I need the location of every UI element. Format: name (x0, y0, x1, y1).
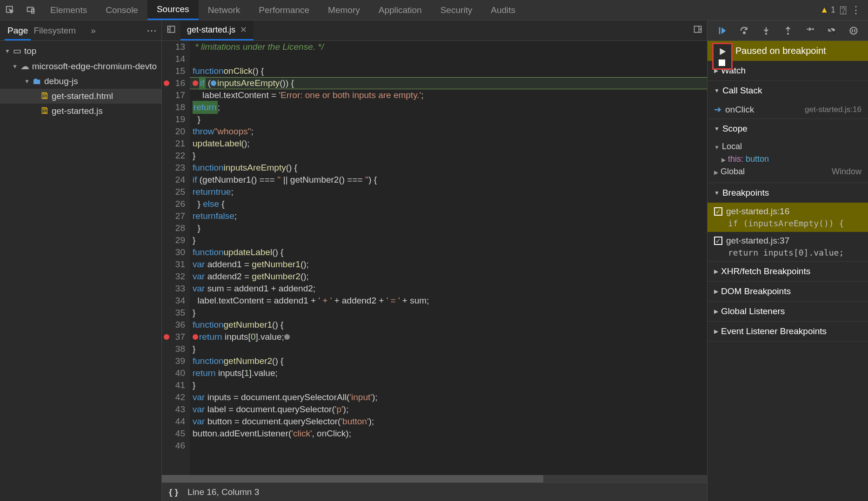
code-line[interactable]: } (190, 113, 707, 125)
code-line[interactable]: } (190, 343, 707, 355)
gutter-line[interactable]: 30 (162, 246, 190, 258)
gutter-line[interactable]: 16 (162, 77, 190, 89)
code-line[interactable]: var addend2 = getNumber2(); (190, 270, 707, 283)
gutter-line[interactable]: 17 (162, 89, 190, 101)
gutter-line[interactable]: 39 (162, 355, 190, 367)
gutter-line[interactable]: 36 (162, 319, 190, 331)
gutter-line[interactable]: 37 (162, 331, 190, 343)
gutter-line[interactable]: 40 (162, 367, 190, 379)
code-line[interactable]: } else { (190, 198, 707, 210)
gutter-line[interactable]: 15 (162, 65, 190, 77)
breakpoint-item[interactable]: ✓get-started.js:37return inputs[0].value… (708, 232, 868, 261)
gutter-line[interactable]: 32 (162, 270, 190, 283)
resume-play-icon[interactable] (716, 46, 729, 57)
code-line[interactable]: function getNumber1() { (190, 319, 707, 331)
code-line[interactable]: return inputs[0].value; (190, 331, 707, 343)
tree-file[interactable]: 🖺get-started.html (0, 89, 161, 104)
code-line[interactable]: } (190, 222, 707, 234)
debugger-section-header[interactable]: ▶Global Listeners (708, 302, 868, 321)
pretty-print-icon[interactable]: { } (169, 487, 178, 497)
gutter-line[interactable]: 18 (162, 101, 190, 113)
tab-console[interactable]: Console (96, 0, 147, 20)
navigator-menu-icon[interactable]: ⋯ (147, 25, 157, 37)
navigator-tab-page[interactable]: Page (5, 22, 31, 40)
gutter-line[interactable]: 29 (162, 234, 190, 246)
gutter-line[interactable]: 19 (162, 113, 190, 125)
tree-file[interactable]: 🖺get-started.js (0, 104, 161, 119)
code-line[interactable]: label.textContent = 'Error: one or both … (190, 89, 707, 101)
tab-network[interactable]: Network (199, 0, 250, 20)
step-button[interactable] (802, 26, 817, 35)
code-line[interactable]: if (inputsAreEmpty()) { (190, 77, 707, 89)
code-line[interactable]: return true; (190, 186, 707, 198)
debugger-section-header[interactable]: ▶XHR/fetch Breakpoints (708, 262, 868, 281)
code-line[interactable]: function inputsAreEmpty() { (190, 162, 707, 174)
gutter-line[interactable]: 22 (162, 150, 190, 162)
code-line[interactable]: throw "whoops"; (190, 125, 707, 138)
gutter-line[interactable]: 34 (162, 295, 190, 307)
code-line[interactable]: } (190, 234, 707, 246)
code-line[interactable] (190, 53, 707, 65)
tab-elements[interactable]: Elements (41, 0, 96, 20)
debugger-section-header[interactable]: ▶DOM Breakpoints (708, 282, 868, 301)
tree-item-top[interactable]: ▼▭top (0, 43, 161, 59)
gutter-line[interactable]: 41 (162, 379, 190, 391)
warnings-badge[interactable]: ▲ 1 (820, 5, 835, 15)
code-line[interactable]: var label = document.querySelector('p'); (190, 403, 707, 415)
code-line[interactable]: return false; (190, 210, 707, 222)
tree-item-domain[interactable]: ▼ ☁microsoft-edge-chromium-devto (0, 59, 161, 74)
toggle-navigator-icon[interactable] (162, 25, 180, 36)
code-line[interactable]: * limitations under the License. */ (190, 41, 707, 53)
code-line[interactable]: function onClick() { (190, 65, 707, 77)
code-line[interactable]: } (190, 379, 707, 391)
callstack-frame[interactable]: ➔onClickget-started.js:16 (708, 100, 868, 119)
device-toggle-icon[interactable] (20, 0, 41, 20)
more-menu-icon[interactable]: ⋮ (851, 4, 861, 16)
debugger-section-header[interactable]: ▶Event Listener Breakpoints (708, 322, 868, 341)
more-tabs-icon[interactable]: » (88, 22, 99, 40)
gutter-line[interactable]: 14 (162, 53, 190, 65)
tab-sources[interactable]: Sources (147, 0, 199, 20)
code-line[interactable]: var inputs = document.querySelectorAll('… (190, 391, 707, 403)
gutter-line[interactable]: 33 (162, 283, 190, 295)
code-line[interactable]: return inputs[1].value; (190, 367, 707, 379)
tab-memory[interactable]: Memory (319, 0, 369, 20)
gutter-line[interactable]: 26 (162, 198, 190, 210)
code-line[interactable]: var button = document.querySelector('but… (190, 415, 707, 428)
gutter-line[interactable]: 25 (162, 186, 190, 198)
tree-item-folder[interactable]: ▼ 🖿debug-js (0, 74, 161, 89)
gutter-line[interactable]: 35 (162, 307, 190, 319)
gutter-line[interactable]: 42 (162, 391, 190, 403)
step-over-button[interactable] (737, 26, 752, 36)
gutter-line[interactable]: 24 (162, 174, 190, 186)
code-line[interactable]: } (190, 150, 707, 162)
breakpoints-section-header[interactable]: ▼Breakpoints (708, 183, 868, 203)
gutter-line[interactable]: 13 (162, 41, 190, 53)
gutter-line[interactable]: 31 (162, 258, 190, 270)
toggle-debugger-icon[interactable] (688, 25, 707, 36)
gutter-line[interactable]: 21 (162, 138, 190, 150)
gutter-line[interactable]: 27 (162, 210, 190, 222)
code-line[interactable]: updateLabel(); (190, 138, 707, 150)
breakpoint-item[interactable]: ✓get-started.js:16if (inputsAreEmpty()) … (708, 203, 868, 232)
callstack-section-header[interactable]: ▼Call Stack (708, 81, 868, 100)
horizontal-scrollbar[interactable] (162, 475, 707, 482)
file-tab-get-started-js[interactable]: get-started.js ✕ (180, 20, 254, 40)
code-line[interactable] (190, 440, 707, 452)
code-line[interactable]: } (190, 307, 707, 319)
code-line[interactable]: button.addEventListener('click', onClick… (190, 428, 707, 440)
code-line[interactable]: function updateLabel() { (190, 246, 707, 258)
tab-audits[interactable]: Audits (481, 0, 525, 20)
code-line[interactable]: var addend1 = getNumber1(); (190, 258, 707, 270)
gutter-line[interactable]: 44 (162, 415, 190, 428)
scope-section-header[interactable]: ▼Scope (708, 119, 868, 138)
step-out-button[interactable] (781, 26, 795, 35)
gutter-line[interactable]: 28 (162, 222, 190, 234)
code-line[interactable]: function getNumber2() { (190, 355, 707, 367)
tab-performance[interactable]: Performance (249, 0, 319, 20)
code-line[interactable]: label.textContent = addend1 + ' + ' + ad… (190, 295, 707, 307)
resume-stop-icon[interactable] (719, 59, 725, 66)
gutter-line[interactable]: 23 (162, 162, 190, 174)
gutter-line[interactable]: 38 (162, 343, 190, 355)
inspect-element-icon[interactable] (0, 0, 20, 20)
